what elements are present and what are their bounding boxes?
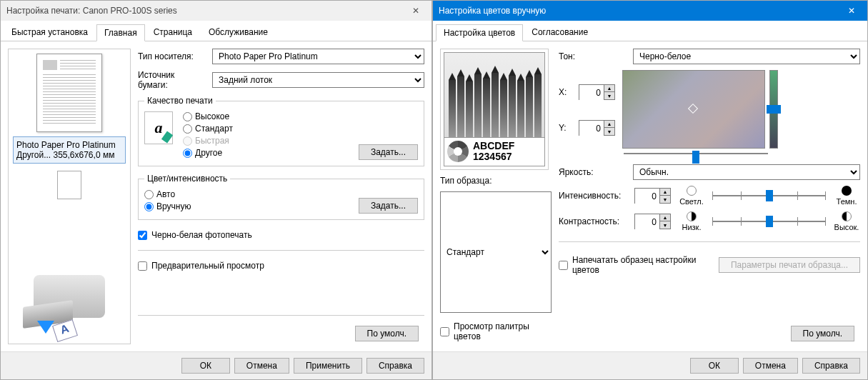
separator3 — [559, 241, 860, 242]
paper-info: Photo Paper Pro Platinum Другой... 355,6… — [13, 136, 126, 164]
pie-icon — [447, 141, 469, 162]
palette-row[interactable]: Просмотр палитры цветов — [440, 321, 552, 341]
quality-radio-other[interactable] — [183, 149, 192, 158]
tab-color-adjust[interactable]: Настройка цветов — [436, 24, 523, 41]
quality-set-button[interactable]: Задать... — [359, 144, 418, 160]
tab-page[interactable]: Страница — [146, 24, 200, 41]
sample-abc: ABCDEF — [473, 141, 514, 151]
quality-fieldset: Качество печати a Высокое Стандарт Быстр… — [138, 96, 424, 166]
intensity-spinner[interactable]: ▲▼ — [634, 188, 671, 204]
x-spinner[interactable]: ▲▼ — [579, 84, 615, 100]
color-radio-auto[interactable] — [144, 190, 154, 199]
y-up-icon[interactable]: ▲ — [604, 121, 614, 128]
hslider-thumb[interactable] — [692, 151, 699, 164]
tab-matching[interactable]: Согласование — [524, 24, 596, 41]
dark-icon — [842, 186, 852, 196]
crosshair-icon — [688, 104, 698, 114]
vertical-slider[interactable] — [769, 70, 778, 149]
close-button-left[interactable]: ✕ — [400, 1, 431, 21]
ok-button-right[interactable]: ОК — [690, 358, 739, 374]
quality-radio-high[interactable] — [183, 112, 192, 121]
x-up-icon[interactable]: ▲ — [604, 85, 614, 92]
intensity-slider[interactable] — [712, 187, 826, 204]
footer-right: ОК Отмена Справка — [433, 351, 867, 379]
quality-other-row[interactable]: Другое — [183, 148, 349, 158]
tab-quick-setup[interactable]: Быстрая установка — [4, 24, 96, 41]
print-pattern-row[interactable]: Напечатать образец настройки цветов — [559, 255, 712, 275]
bw-photo-row[interactable]: Черно-белая фотопечать — [138, 230, 424, 240]
quality-standard-row[interactable]: Стандарт — [183, 124, 349, 134]
page-orientation-preview — [57, 171, 81, 199]
brightness-select[interactable]: Обычн. — [633, 164, 860, 180]
contrast-thumb[interactable] — [766, 216, 773, 227]
color-auto-row[interactable]: Авто — [144, 189, 359, 199]
x-input[interactable] — [579, 85, 604, 101]
apply-button-left[interactable]: Применить — [294, 358, 362, 374]
sample-preview: ABCDEF1234567 — [440, 49, 549, 170]
help-button-left[interactable]: Справка — [366, 358, 424, 374]
defaults-button-right[interactable]: По умолч. — [791, 326, 854, 341]
help-button-right[interactable]: Справка — [802, 358, 860, 374]
vslider-thumb[interactable] — [767, 105, 781, 114]
color-fieldset: Цвет/интенсивность Авто Вручную Задать..… — [138, 174, 424, 220]
brightness-label: Яркость: — [559, 167, 627, 177]
footer-left: ОК Отмена Применить Справка — [1, 351, 431, 379]
contrast-row: Контрастность: ▲▼ Низк. Высок. — [559, 211, 860, 231]
ok-button-left[interactable]: ОК — [181, 358, 230, 374]
preview-row[interactable]: Предварительный просмотр — [138, 261, 424, 271]
close-icon: ✕ — [412, 6, 419, 16]
defaults-button-left[interactable]: По умолч. — [355, 326, 419, 341]
printer-illustration — [23, 268, 116, 339]
contrast-slider[interactable] — [712, 213, 826, 230]
contrast-spinner[interactable]: ▲▼ — [634, 214, 671, 229]
y-input[interactable] — [579, 121, 604, 136]
color-controls: Тон: Черно-белое X: ▲▼ Y: ▲▼ — [559, 49, 860, 344]
contrast-right-label: Высок. — [833, 223, 860, 231]
media-type-select[interactable]: Photo Paper Pro Platinum — [212, 49, 424, 64]
cancel-button-right[interactable]: Отмена — [743, 358, 798, 374]
quality-legend: Качество печати — [144, 96, 216, 106]
contrast-input[interactable] — [635, 214, 659, 230]
contrast-label: Контрастность: — [559, 216, 627, 226]
media-type-label: Тип носителя: — [138, 51, 206, 61]
intensity-thumb[interactable] — [766, 190, 773, 201]
separator — [138, 250, 424, 251]
paper-info-line2: Другой... 355,6x676,0 мм — [16, 150, 122, 160]
y-spinner[interactable]: ▲▼ — [579, 120, 615, 136]
sample-type-select[interactable]: Стандарт — [440, 191, 552, 313]
preview-column: Photo Paper Pro Platinum Другой... 355,6… — [8, 49, 131, 344]
contrast-left-label: Низк. — [678, 223, 705, 231]
separator2 — [138, 315, 424, 316]
quality-high-row[interactable]: Высокое — [183, 111, 349, 121]
intensity-down-icon[interactable]: ▼ — [660, 196, 670, 203]
intensity-up-icon[interactable]: ▲ — [660, 189, 670, 196]
contrast-up-icon[interactable]: ▲ — [660, 214, 670, 221]
preview-checkbox[interactable] — [138, 261, 147, 271]
paper-source-select[interactable]: Задний лоток — [212, 72, 424, 88]
color-set-button[interactable]: Задать... — [359, 198, 418, 214]
manual-color-window: Настройка цветов вручную ✕ Настройка цве… — [432, 0, 868, 380]
tab-main[interactable]: Главная — [96, 24, 145, 41]
quality-icon: a — [144, 111, 173, 144]
tone-select[interactable]: Черно-белое — [633, 49, 860, 64]
color-map[interactable] — [622, 70, 765, 149]
horizontal-tone-slider[interactable] — [624, 153, 768, 154]
palette-checkbox[interactable] — [440, 327, 449, 336]
titlebar-right: Настройка цветов вручную ✕ — [433, 1, 867, 21]
x-down-icon[interactable]: ▼ — [604, 92, 614, 99]
y-down-icon[interactable]: ▼ — [604, 128, 614, 135]
print-pattern-checkbox[interactable] — [559, 261, 568, 270]
contrast-down-icon[interactable]: ▼ — [660, 221, 670, 229]
cancel-button-left[interactable]: Отмена — [234, 358, 289, 374]
bw-checkbox[interactable] — [138, 231, 147, 240]
high-contrast-icon — [842, 211, 852, 221]
tab-maintenance[interactable]: Обслуживание — [201, 24, 276, 41]
x-label: X: — [559, 87, 573, 97]
close-button-right[interactable]: ✕ — [836, 1, 867, 21]
color-manual-row[interactable]: Вручную — [144, 201, 359, 211]
color-radio-manual[interactable] — [144, 202, 154, 211]
window-title: Настройка печати: Canon PRO-100S series — [6, 6, 177, 16]
quality-radio-standard[interactable] — [183, 124, 192, 134]
tabs-right: Настройка цветов Согласование — [433, 21, 867, 41]
intensity-input[interactable] — [635, 189, 659, 204]
